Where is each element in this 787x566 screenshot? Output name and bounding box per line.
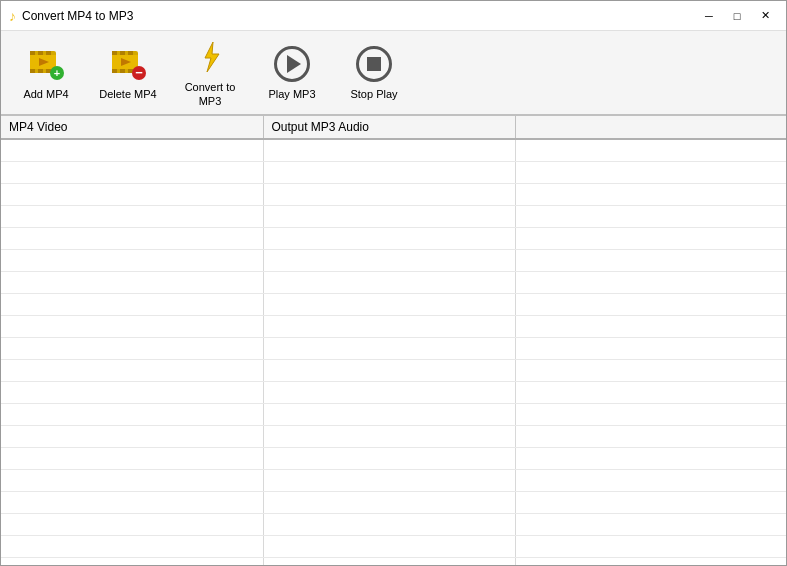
maximize-button[interactable]: □ [724, 6, 750, 26]
convert-mp3-svg [191, 38, 229, 76]
table-cell-0 [1, 513, 263, 535]
table-cell-1 [263, 425, 515, 447]
table-cell-2 [515, 557, 786, 565]
play-mp3-button[interactable]: Play MP3 [251, 33, 333, 113]
table-cell-1 [263, 381, 515, 403]
table-cell-2 [515, 513, 786, 535]
add-mp4-button[interactable]: + Add MP4 [5, 33, 87, 113]
table-cell-0 [1, 359, 263, 381]
table-row[interactable] [1, 293, 786, 315]
table-row[interactable] [1, 337, 786, 359]
table-container[interactable]: MP4 Video Output MP3 Audio [1, 116, 786, 565]
table-cell-0 [1, 425, 263, 447]
table-cell-0 [1, 249, 263, 271]
table-cell-0 [1, 403, 263, 425]
table-cell-0 [1, 535, 263, 557]
table-cell-0 [1, 469, 263, 491]
stop-square [367, 57, 381, 71]
convert-mp3-icon [190, 37, 230, 77]
table-cell-2 [515, 381, 786, 403]
table-row[interactable] [1, 315, 786, 337]
table-row[interactable] [1, 249, 786, 271]
svg-rect-12 [112, 51, 117, 55]
table-row[interactable] [1, 447, 786, 469]
play-triangle [287, 55, 301, 73]
delete-mp4-icon: − [108, 44, 148, 84]
table-row[interactable] [1, 139, 786, 161]
svg-rect-13 [120, 51, 125, 55]
svg-text:−: − [135, 65, 143, 80]
table-cell-0 [1, 337, 263, 359]
table-cell-1 [263, 271, 515, 293]
svg-rect-3 [46, 51, 51, 55]
file-table: MP4 Video Output MP3 Audio [1, 116, 786, 565]
table-cell-1 [263, 315, 515, 337]
table-cell-1 [263, 183, 515, 205]
add-mp4-label: Add MP4 [23, 88, 68, 101]
col-header-extra [515, 116, 786, 139]
content-area: MP4 Video Output MP3 Audio [1, 116, 786, 565]
table-row[interactable] [1, 425, 786, 447]
table-row[interactable] [1, 469, 786, 491]
table-cell-2 [515, 447, 786, 469]
table-cell-0 [1, 491, 263, 513]
svg-text:+: + [54, 67, 60, 79]
stop-circle [356, 46, 392, 82]
table-cell-1 [263, 161, 515, 183]
delete-mp4-svg: − [109, 45, 147, 83]
convert-to-mp3-button[interactable]: Convert to MP3 [169, 33, 251, 113]
table-cell-1 [263, 139, 515, 161]
table-cell-2 [515, 337, 786, 359]
svg-marker-22 [205, 42, 219, 72]
table-row[interactable] [1, 161, 786, 183]
table-cell-1 [263, 513, 515, 535]
table-row[interactable] [1, 205, 786, 227]
delete-mp4-button[interactable]: − Delete MP4 [87, 33, 169, 113]
table-cell-0 [1, 271, 263, 293]
table-cell-2 [515, 469, 786, 491]
table-cell-2 [515, 293, 786, 315]
add-mp4-icon: + [26, 44, 66, 84]
table-cell-2 [515, 425, 786, 447]
table-row[interactable] [1, 403, 786, 425]
table-row[interactable] [1, 227, 786, 249]
table-cell-1 [263, 205, 515, 227]
table-cell-2 [515, 271, 786, 293]
svg-rect-2 [38, 51, 43, 55]
table-cell-2 [515, 227, 786, 249]
table-row[interactable] [1, 535, 786, 557]
table-row[interactable] [1, 381, 786, 403]
table-cell-0 [1, 447, 263, 469]
title-bar-left: ♪ Convert MP4 to MP3 [9, 8, 133, 24]
table-row[interactable] [1, 513, 786, 535]
table-cell-2 [515, 183, 786, 205]
stop-play-button[interactable]: Stop Play [333, 33, 415, 113]
table-cell-2 [515, 403, 786, 425]
table-cell-0 [1, 381, 263, 403]
col-header-mp4-video: MP4 Video [1, 116, 263, 139]
window-title: Convert MP4 to MP3 [22, 9, 133, 23]
delete-mp4-label: Delete MP4 [99, 88, 156, 101]
table-row[interactable] [1, 183, 786, 205]
title-bar-controls: ─ □ ✕ [696, 6, 778, 26]
table-cell-2 [515, 249, 786, 271]
table-row[interactable] [1, 271, 786, 293]
table-cell-2 [515, 359, 786, 381]
table-row[interactable] [1, 491, 786, 513]
table-cell-2 [515, 491, 786, 513]
table-cell-1 [263, 227, 515, 249]
table-cell-1 [263, 249, 515, 271]
minimize-button[interactable]: ─ [696, 6, 722, 26]
table-cell-0 [1, 139, 263, 161]
table-row[interactable] [1, 557, 786, 565]
svg-rect-14 [128, 51, 133, 55]
toolbar: + Add MP4 [1, 31, 786, 116]
table-cell-1 [263, 359, 515, 381]
close-button[interactable]: ✕ [752, 6, 778, 26]
table-header-row: MP4 Video Output MP3 Audio [1, 116, 786, 139]
add-mp4-svg: + [27, 45, 65, 83]
table-cell-1 [263, 403, 515, 425]
table-cell-0 [1, 315, 263, 337]
convert-mp3-label: Convert to MP3 [173, 81, 247, 107]
table-row[interactable] [1, 359, 786, 381]
